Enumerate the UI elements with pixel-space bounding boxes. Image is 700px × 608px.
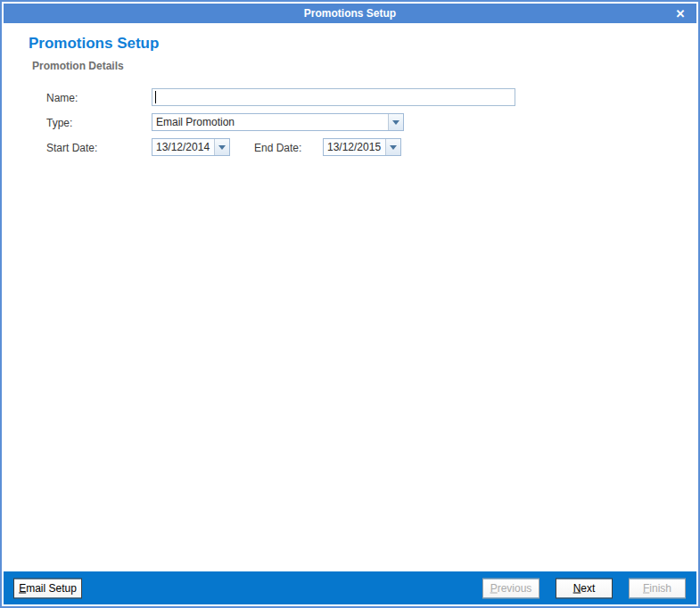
start-date-value: 13/12/2014: [152, 139, 214, 155]
close-icon: ✕: [676, 8, 686, 20]
email-setup-button[interactable]: Email Setup: [13, 578, 82, 598]
chevron-down-icon: [392, 120, 399, 125]
end-date-label: End Date:: [254, 142, 301, 154]
start-date-dropdown[interactable]: 13/12/2014: [152, 138, 230, 156]
promotions-setup-dialog: Promotions Setup ✕ Promotions Setup Prom…: [0, 0, 700, 608]
footer-bar: Email Setup Previous Next Finish: [4, 571, 696, 604]
chevron-down-icon: [390, 145, 397, 150]
name-label: Name:: [46, 92, 78, 104]
type-dropdown-button[interactable]: [388, 114, 403, 130]
end-date-dropdown[interactable]: 13/12/2015: [323, 138, 401, 156]
next-button[interactable]: Next: [556, 578, 613, 598]
type-dropdown[interactable]: Email Promotion: [152, 113, 404, 131]
page-title: Promotions Setup: [29, 35, 159, 53]
text-caret: [155, 91, 156, 103]
type-label: Type:: [46, 117, 72, 129]
end-date-value: 13/12/2015: [324, 139, 385, 155]
title-bar: Promotions Setup ✕: [4, 4, 696, 23]
close-button[interactable]: ✕: [671, 4, 689, 23]
start-date-label: Start Date:: [46, 142, 97, 154]
section-title: Promotion Details: [32, 60, 124, 72]
finish-button[interactable]: Finish: [629, 578, 686, 598]
type-dropdown-value: Email Promotion: [152, 114, 388, 130]
window-title: Promotions Setup: [304, 7, 396, 20]
chevron-down-icon: [218, 145, 226, 150]
previous-button[interactable]: Previous: [482, 578, 539, 598]
name-input[interactable]: [152, 88, 515, 106]
start-date-dropdown-button[interactable]: [214, 139, 229, 155]
end-date-dropdown-button[interactable]: [385, 139, 400, 155]
